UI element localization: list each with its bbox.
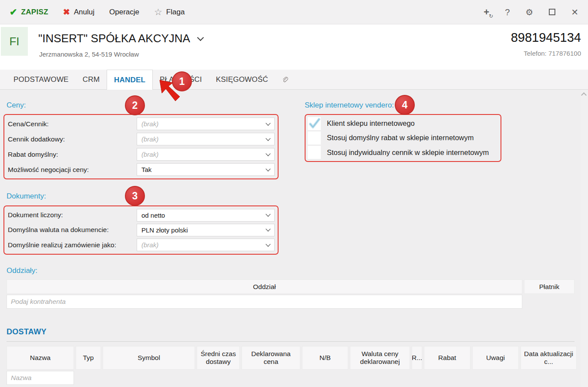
checkbox-label: Stosuj domyślny rabat w sklepie internet…	[327, 134, 474, 142]
help-button[interactable]: ?	[505, 8, 510, 17]
column-header-r[interactable]: R...	[412, 346, 422, 370]
field-negocjacja-ceny: Możliwość negocjacji ceny: Tak	[4, 162, 278, 177]
tab-ksiegowosc[interactable]: KSIĘGOWOŚĆ	[209, 70, 275, 89]
phone-number: Telefon: 717876100	[524, 50, 581, 57]
option-domyslny-rabat: Stosuj domyślny rabat w sklepie internet…	[306, 131, 501, 145]
cennik-dodatkowy-select[interactable]: (brak)	[137, 133, 275, 145]
column-header-data-aktualizacji[interactable]: Data aktualizacji c...	[521, 346, 577, 370]
field-label: Domyślna waluta na dokumencie:	[4, 226, 137, 234]
column-header-rabat[interactable]: Rabat	[424, 346, 470, 370]
tab-content: Ceny: Cena/Cennik: (brak) Cennik dodatko…	[0, 90, 588, 387]
dostawy-table-header: Nazwa Typ Symbol Średni czas dostawy Dek…	[7, 346, 577, 370]
field-dokument-liczony: Dokument liczony: od netto	[4, 208, 278, 222]
checkbox-label: Klient sklepu internetowego	[327, 119, 415, 128]
checkbox-checked[interactable]	[308, 117, 321, 130]
tab-podstawowe[interactable]: PODSTAWOWE	[7, 70, 76, 89]
field-cena-cennik: Cena/Cennik: (brak)	[4, 116, 278, 131]
field-domyslna-waluta: Domyślna waluta na dokumencie: PLN złoty…	[4, 222, 278, 237]
chevron-down-icon	[265, 227, 270, 232]
domyslna-waluta-select[interactable]: PLN złoty polski	[137, 224, 275, 236]
entity-header: FI "INSERT" SPÓŁKA AKCYJNA Jerzmanowska …	[0, 24, 588, 70]
checkbox-unchecked[interactable]	[308, 131, 321, 145]
tab-handel[interactable]: HANDEL	[107, 70, 153, 90]
operations-menu[interactable]: Operacje	[109, 8, 139, 17]
tab-bar: PODSTAWOWE CRM HANDEL PŁATNOŚCI KSIĘGOWO…	[0, 70, 588, 90]
dostawy-nazwa-input[interactable]	[7, 371, 74, 385]
settings-button[interactable]: ⚙	[525, 8, 533, 17]
column-header-symbol[interactable]: Symbol	[103, 346, 195, 370]
chevron-down-icon	[265, 166, 270, 171]
column-header-uwagi[interactable]: Uwagi	[472, 346, 519, 370]
operations-label: Operacje	[109, 8, 139, 17]
field-label: Rabat domyślny:	[4, 151, 137, 158]
column-header-nazwa[interactable]: Nazwa	[7, 346, 74, 370]
check-icon: ✔	[10, 7, 17, 17]
field-cennik-dodatkowy: Cennik dodatkowy: (brak)	[4, 131, 278, 147]
field-label: Cena/Cennik:	[4, 120, 137, 128]
maximize-button[interactable]	[549, 9, 555, 15]
select-value: (brak)	[141, 135, 266, 143]
oddzialy-table-header: Oddział Płatnik	[7, 279, 575, 294]
checkbox-label: Stosuj indywidualny cennik w sklepie int…	[327, 148, 489, 157]
field-realizuj-zamowienie: Domyślnie realizuj zamówienie jako: (bra…	[4, 238, 278, 252]
toolbar: ✔ ZAPISZ ✖ Anuluj Operacje ☆ Flaga +↻ ? …	[0, 0, 588, 24]
field-label: Cennik dodatkowy:	[4, 135, 137, 143]
chevron-down-icon	[265, 151, 270, 156]
x-icon: ✖	[63, 7, 70, 17]
company-name: "INSERT" SPÓŁKA AKCYJNA	[38, 32, 190, 45]
chevron-down-icon	[265, 121, 270, 125]
save-button[interactable]: ✔ ZAPISZ	[10, 7, 48, 17]
tab-crm[interactable]: CRM	[76, 70, 107, 89]
annotation-arrow-icon	[158, 77, 185, 103]
cancel-button[interactable]: ✖ Anuluj	[63, 7, 94, 17]
checkmark-icon	[308, 117, 321, 130]
section-title-sklep: Sklep internetowy vendero:	[305, 101, 394, 110]
column-header-deklarowana-cena[interactable]: Deklarowana cena	[242, 346, 300, 370]
select-value: od netto	[141, 212, 266, 219]
field-label: Domyślnie realizuj zamówienie jako:	[4, 241, 137, 249]
chevron-down-icon	[265, 212, 270, 216]
oddzial-input[interactable]	[7, 295, 522, 309]
cancel-label: Anuluj	[74, 8, 94, 17]
section-title-dostawy: DOSTAWY	[7, 327, 47, 337]
chevron-up-icon	[581, 92, 587, 98]
chevron-down-icon	[265, 242, 270, 246]
checkbox-unchecked[interactable]	[308, 146, 321, 159]
divider	[7, 341, 575, 342]
dokument-liczony-select[interactable]: od netto	[137, 209, 275, 222]
column-header-oddzial[interactable]: Oddział	[7, 279, 522, 294]
tax-id: 8981945134	[511, 30, 581, 45]
column-header-typ[interactable]: Typ	[76, 346, 101, 370]
cycle-icon: ↻	[489, 13, 493, 19]
highlight-box-dokumenty: Dokument liczony: od netto Domyślna walu…	[3, 205, 279, 255]
realizuj-zamowienie-select[interactable]: (brak)	[137, 239, 275, 251]
scrollbar[interactable]	[581, 90, 588, 387]
add-view-button[interactable]: +↻	[484, 7, 489, 17]
option-klient-sklepu: Klient sklepu internetowego	[306, 116, 501, 131]
field-label: Możliwość negocjacji ceny:	[4, 166, 137, 174]
annotation-circle-4: 4	[395, 95, 415, 115]
column-header-platnik[interactable]: Płatnik	[524, 279, 575, 294]
rabat-domyslny-select[interactable]: (brak)	[137, 148, 275, 161]
select-value: (brak)	[141, 241, 266, 249]
column-header-nb[interactable]: N/B	[302, 346, 348, 370]
select-value: PLN złoty polski	[141, 226, 266, 234]
flag-button[interactable]: ☆ Flaga	[154, 7, 185, 17]
highlight-box-sklep: Klient sklepu internetowego Stosuj domyś…	[305, 114, 501, 162]
field-rabat-domyslny: Rabat domyślny: (brak)	[4, 147, 278, 162]
negocjacja-ceny-select[interactable]: Tak	[137, 163, 275, 176]
paperclip-icon	[282, 74, 288, 85]
chevron-down-icon	[265, 136, 270, 141]
close-button[interactable]: ✕	[571, 8, 578, 17]
flag-label: Flaga	[166, 8, 185, 17]
company-address: Jerzmanowska 2, 54-519 Wrocław	[39, 50, 139, 58]
column-header-sredni-czas[interactable]: Średni czas dostawy	[197, 346, 240, 370]
chevron-down-icon[interactable]	[197, 34, 204, 41]
avatar: FI	[1, 27, 28, 56]
column-header-waluta[interactable]: Waluta ceny deklarowanej	[350, 346, 410, 370]
attachments-tab[interactable]	[275, 70, 295, 89]
option-indywidualny-cennik: Stosuj indywidualny cennik w sklepie int…	[306, 145, 501, 160]
app-window: ✔ ZAPISZ ✖ Anuluj Operacje ☆ Flaga +↻ ? …	[0, 0, 588, 387]
section-title-dokumenty: Dokumenty:	[7, 192, 46, 201]
cena-cennik-select[interactable]: (brak)	[137, 118, 275, 130]
